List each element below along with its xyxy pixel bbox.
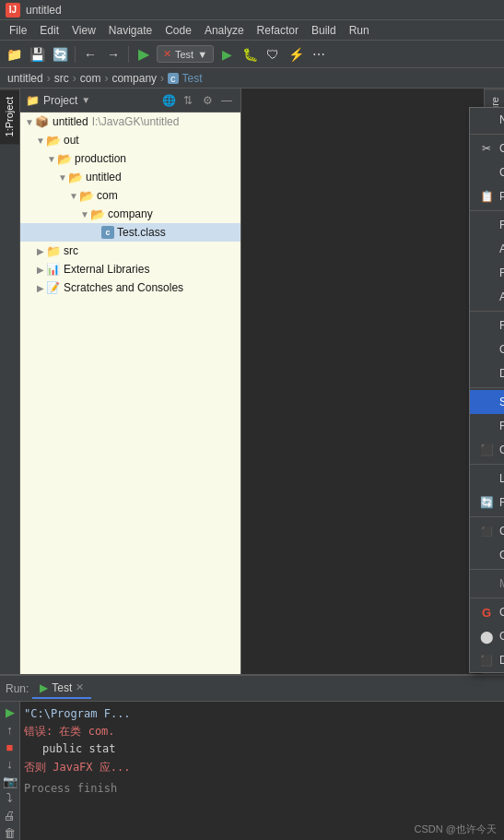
sidebar-item-project[interactable]: 1:Project: [0, 89, 19, 144]
tree-label-scratches: Scratches and Consoles: [64, 281, 183, 294]
bottom-tabs: Run: ▶ Test ✕: [0, 676, 504, 702]
menu-run[interactable]: Run: [344, 22, 375, 39]
ctx-cut[interactable]: ✂ Cut Ctrl+X: [470, 136, 504, 160]
tree-label-com: com: [97, 189, 118, 202]
folder-icon-out: 📂: [46, 134, 61, 148]
menu-file[interactable]: File: [4, 22, 32, 39]
title-text: untitled: [26, 4, 62, 17]
menu-view[interactable]: View: [66, 22, 101, 39]
breadcrumb: untitled › src › com › company › c Test: [0, 68, 504, 89]
ctx-delete[interactable]: Delete... Delete: [470, 361, 504, 385]
panel-tool-sync[interactable]: ⇅: [180, 92, 196, 109]
ctx-optimize[interactable]: Optimize Imports Ctrl+Alt+O: [470, 337, 504, 361]
tree-item-out[interactable]: ▼ 📂 out: [20, 131, 240, 149]
ctx-find-usages[interactable]: Find Usages Alt+F7: [470, 213, 504, 237]
menu-edit[interactable]: Edit: [34, 22, 64, 39]
tool-coverage[interactable]: 🛡: [263, 44, 283, 65]
tree-item-untitled[interactable]: ▼ 📦 untitled I:\JavaGK\untitled: [20, 112, 240, 131]
ctx-mark-dir[interactable]: Mark Directory as ▶: [470, 572, 504, 596]
title-bar: IJ untitled: [0, 0, 504, 20]
menu-navigate[interactable]: Navigate: [103, 22, 158, 39]
app-icon: IJ: [6, 3, 20, 18]
tool-run2[interactable]: ▶: [217, 44, 237, 65]
tree-label-out: out: [64, 134, 79, 147]
tree-label-src: src: [64, 244, 78, 257]
log-line-3: public stat: [24, 740, 500, 758]
tree-item-ext-libs[interactable]: ▶ 📊 External Libraries: [20, 260, 240, 278]
tab-run-close[interactable]: ✕: [76, 681, 84, 693]
tree-item-production[interactable]: ▼ 📂 production: [20, 149, 240, 168]
bt-stop[interactable]: ■: [2, 739, 18, 754]
bt-run[interactable]: ▶: [2, 705, 18, 720]
tree-item-scratches[interactable]: ▶ 📝 Scratches and Consoles: [20, 278, 240, 297]
tab-run-name: Test: [52, 681, 72, 694]
menu-analyze[interactable]: Analyze: [199, 22, 250, 39]
tool-more[interactable]: ⋯: [309, 44, 329, 65]
ctx-compare-label: Compare With...: [499, 525, 504, 538]
bt-clear[interactable]: 🗑: [2, 825, 18, 840]
menu-refactor[interactable]: Refactor: [252, 22, 304, 39]
ctx-compare-editor[interactable]: Compare File with Editor: [470, 543, 504, 567]
folder-icon-com: 📂: [79, 189, 94, 203]
ctx-open-terminal[interactable]: ⬛ Open in Terminal: [470, 438, 504, 462]
ctx-sep-6: [470, 516, 504, 517]
panel-icon: 📁: [26, 94, 40, 107]
panel-tool-gear[interactable]: ⚙: [199, 92, 216, 109]
bt-up[interactable]: ↑: [2, 723, 18, 738]
tree-item-testclass[interactable]: c Test.class: [20, 223, 240, 242]
tool-run-green[interactable]: ▶: [134, 44, 154, 65]
ctx-diagrams[interactable]: ⬛ Diagrams: [470, 648, 504, 672]
breadcrumb-test[interactable]: Test: [182, 72, 203, 85]
breadcrumb-untitled[interactable]: untitled: [7, 72, 43, 85]
tool-open[interactable]: 📁: [4, 44, 24, 65]
tree-item-src[interactable]: ▶ 📁 src: [20, 242, 240, 260]
tool-save[interactable]: 💾: [27, 44, 47, 65]
ctx-reformat-label: Reformat Code: [499, 319, 504, 332]
ctx-cut-label: Cut: [499, 142, 504, 155]
bt-print[interactable]: 🖨: [2, 809, 18, 823]
tool-back[interactable]: ←: [80, 44, 100, 65]
ctx-copy-label: Copy: [499, 166, 504, 179]
toolbar: 📁 💾 🔄 ← → ▶ ✕ Test ▼ ▶ 🐛 🛡 ⚡ ⋯: [0, 41, 504, 68]
breadcrumb-company[interactable]: company: [111, 72, 157, 85]
tool-refresh[interactable]: 🔄: [50, 44, 70, 65]
tree-item-untitled2[interactable]: ▼ 📂 untitled: [20, 168, 240, 186]
breadcrumb-com[interactable]: com: [80, 72, 101, 85]
ctx-analyze[interactable]: Analyze ▶: [470, 237, 504, 261]
ctx-copy[interactable]: Copy ▶: [470, 160, 504, 184]
ctx-create-gist-2[interactable]: ⬤ Create Gist...: [470, 624, 504, 648]
ctx-sep-4: [470, 387, 504, 388]
log-line-2: 错误: 在类 com.: [24, 723, 500, 740]
ctx-compare-with[interactable]: ⬛ Compare With... Ctrl+D: [470, 519, 504, 543]
ctx-sep-8: [470, 597, 504, 598]
bt-wrap[interactable]: ⤵: [2, 791, 18, 806]
ctx-refactor[interactable]: Refactor ▶: [470, 261, 504, 285]
panel-tool-minimize[interactable]: —: [218, 92, 235, 109]
bt-down[interactable]: ↓: [2, 757, 18, 772]
ctx-local-history[interactable]: Local History ▶: [470, 467, 504, 491]
run-config-dropdown[interactable]: ✕ Test ▼: [157, 45, 214, 63]
ctx-create-gist-1[interactable]: G Create Gist...: [470, 600, 504, 624]
tool-forward[interactable]: →: [103, 44, 123, 65]
menu-build[interactable]: Build: [306, 22, 342, 39]
ctx-file-path[interactable]: File Path Ctrl+Alt+F12: [470, 414, 504, 438]
ctx-new[interactable]: New ▶: [470, 108, 504, 132]
ctx-paste-label: Paste: [499, 190, 504, 203]
ctx-reload[interactable]: 🔄 Reload from Disk: [470, 491, 504, 515]
tab-run-test[interactable]: ▶ Test ✕: [32, 679, 91, 699]
ctx-paste[interactable]: 📋 Paste Ctrl+V: [470, 184, 504, 208]
tool-profile[interactable]: ⚡: [286, 44, 306, 65]
panel-tool-globe[interactable]: 🌐: [160, 92, 177, 109]
breadcrumb-src[interactable]: src: [54, 72, 69, 85]
tree-item-company[interactable]: ▼ 📂 company: [20, 205, 240, 223]
tree-item-com[interactable]: ▼ 📂 com: [20, 186, 240, 205]
ctx-show-explorer[interactable]: Show in Explorer: [470, 390, 504, 414]
ctx-add-favorites[interactable]: Add to Favorites ▶: [470, 285, 504, 309]
ctx-reformat[interactable]: Reformat Code Ctrl+Alt+L: [470, 314, 504, 337]
menu-bar: File Edit View Navigate Code Analyze Ref…: [0, 20, 504, 41]
tree-label-testclass: Test.class: [117, 226, 166, 239]
panel-header: 📁 Project ▼ 🌐 ⇅ ⚙ —: [20, 89, 240, 112]
menu-code[interactable]: Code: [159, 22, 197, 39]
tool-debug[interactable]: 🐛: [240, 44, 260, 65]
bt-camera[interactable]: 📷: [2, 775, 18, 789]
